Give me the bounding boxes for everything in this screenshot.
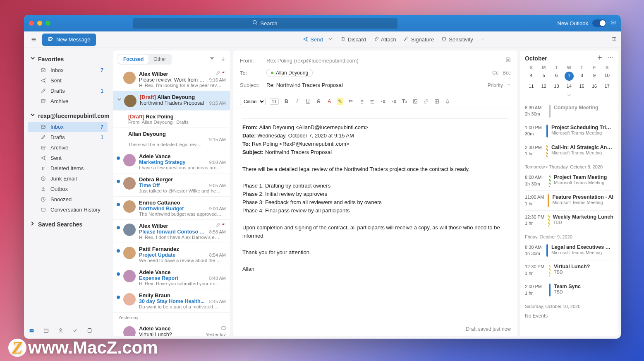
recipient-chip[interactable]: Allan Deyoung bbox=[266, 69, 313, 77]
table-icon[interactable] bbox=[433, 98, 440, 105]
more-icon[interactable] bbox=[608, 55, 613, 62]
message-item[interactable]: Emily Braun30 day Stay Home Health...8:4… bbox=[113, 289, 230, 313]
mail-icon[interactable] bbox=[29, 328, 34, 335]
email-body[interactable]: From: Allan Deyoung <AllanD@lucernepubin… bbox=[233, 108, 517, 322]
hamburger-icon[interactable] bbox=[28, 34, 39, 45]
message-item[interactable]: Alex WilberPlease forward Contoso pa...8… bbox=[113, 220, 230, 243]
calendar-event[interactable]: 1:00 PM30mProject Scheduling TriageMicro… bbox=[525, 121, 613, 141]
calendar-expand-icon[interactable] bbox=[525, 92, 613, 99]
subject-input[interactable]: Re: Northwind Traders Proposal bbox=[266, 82, 488, 88]
calendar-day[interactable]: 4 bbox=[525, 72, 538, 81]
calendar-icon[interactable] bbox=[43, 328, 49, 335]
address-book-icon[interactable] bbox=[505, 57, 511, 64]
sidebar-item-outbox[interactable]: Outbox bbox=[28, 184, 108, 194]
tab-focused[interactable]: Focused bbox=[118, 55, 148, 64]
calendar-day[interactable]: 6 bbox=[550, 72, 563, 81]
maximize-button[interactable] bbox=[45, 21, 50, 26]
sidebar-item-archive[interactable]: Archive bbox=[28, 96, 108, 106]
cc-button[interactable]: Cc bbox=[492, 70, 498, 76]
chevron-down-icon[interactable] bbox=[117, 97, 121, 107]
account-header[interactable]: rexp@lucernepubintl.com bbox=[28, 110, 108, 122]
calendar-event[interactable]: 12:30 PM1 hrWeekly Marketing LunchTBD bbox=[525, 210, 613, 230]
highlight-icon[interactable]: ✎ bbox=[337, 98, 343, 105]
message-item[interactable]: [Draft] Rex PolingFrom: Allan Deyoung Dr… bbox=[113, 111, 230, 128]
sidebar-item-drafts[interactable]: Drafts1 bbox=[28, 132, 108, 142]
sidebar-item-sent[interactable]: Sent bbox=[28, 75, 108, 86]
filter-icon[interactable] bbox=[209, 56, 215, 63]
calendar-event[interactable]: 8:00 AM1h 30mProject Team MeetingMicroso… bbox=[525, 171, 613, 190]
calendar-day[interactable]: 17 bbox=[601, 82, 613, 90]
send-button[interactable]: Send bbox=[302, 35, 333, 45]
sidebar-item-archive[interactable]: Archive bbox=[28, 142, 108, 153]
message-item[interactable]: Debra BergerTime Off9:05 AMJust talked t… bbox=[113, 173, 230, 197]
bullets-icon[interactable] bbox=[347, 98, 354, 105]
from-value[interactable]: Rex Poling (rexp@lucernepubintl.com) bbox=[266, 58, 505, 64]
italic-icon[interactable]: I bbox=[294, 98, 300, 105]
priority-button[interactable]: Priority bbox=[488, 82, 511, 88]
indent-icon[interactable] bbox=[390, 98, 397, 105]
message-item[interactable]: [Draft] Allan DeyoungNorthwind Traders P… bbox=[113, 91, 230, 111]
sidebar-item-inbox[interactable]: Inbox7 bbox=[28, 122, 108, 132]
calendar-day[interactable]: 10 bbox=[601, 72, 613, 81]
message-item[interactable]: Enrico CattaneoNorthwind Budget9:00 AMTh… bbox=[113, 197, 230, 220]
minimize-button[interactable] bbox=[37, 21, 42, 26]
align-icon[interactable] bbox=[369, 98, 376, 105]
calendar-day[interactable]: 16 bbox=[588, 82, 601, 90]
notify-icon[interactable] bbox=[610, 20, 616, 26]
link-icon[interactable] bbox=[423, 98, 429, 105]
calendar-day[interactable]: 12 bbox=[538, 82, 551, 90]
sidebar-item-junk-email[interactable]: Junk Email bbox=[28, 173, 108, 184]
numbered-icon[interactable] bbox=[358, 98, 365, 105]
people-icon[interactable] bbox=[58, 328, 63, 335]
message-item[interactable]: Allan Deyoung9:15 AMThere will be a deta… bbox=[113, 128, 230, 150]
signature-button[interactable]: Signature bbox=[403, 35, 435, 45]
saved-searches-header[interactable]: Saved Searches bbox=[28, 218, 108, 230]
sidebar-item-snoozed[interactable]: Snoozed bbox=[28, 194, 108, 205]
calendar-event[interactable]: 8:30 AM1h 30mLegal and Executives Bi-...… bbox=[525, 241, 613, 260]
bold-icon[interactable]: B bbox=[283, 98, 290, 105]
message-item[interactable]: Adele VanceExpense Report8:48 AMHi Rex, … bbox=[113, 266, 230, 289]
calendar-day[interactable]: 14 bbox=[563, 82, 576, 90]
font-size-input[interactable]: 11 bbox=[270, 98, 279, 105]
calendar-day[interactable]: 5 bbox=[538, 72, 551, 81]
discard-button[interactable]: Discard bbox=[340, 35, 367, 45]
insert-image-icon[interactable] bbox=[412, 98, 419, 105]
panel-toggle-icon[interactable] bbox=[611, 36, 617, 43]
calendar-day[interactable]: 8 bbox=[575, 72, 588, 81]
message-item[interactable]: Adele VanceMarketing Strategy9:08 AMI ha… bbox=[113, 150, 230, 173]
calendar-day[interactable]: 13 bbox=[550, 82, 563, 90]
underline-icon[interactable]: U bbox=[304, 98, 311, 105]
calendar-day[interactable]: 9 bbox=[588, 72, 601, 81]
sidebar-item-inbox[interactable]: Inbox7 bbox=[28, 65, 108, 75]
sidebar-item-deleted-items[interactable]: Deleted Items bbox=[28, 163, 108, 173]
tab-other[interactable]: Other bbox=[148, 55, 171, 64]
add-event-icon[interactable] bbox=[597, 55, 603, 62]
message-item[interactable]: Adele VanceVirtual Lunch?Yesterday(no me… bbox=[113, 322, 230, 336]
new-message-button[interactable]: New Message bbox=[42, 34, 96, 46]
message-item[interactable]: Patti FernandezProject Update8:54 AMWe n… bbox=[113, 243, 230, 266]
font-color-icon[interactable]: A bbox=[326, 98, 333, 105]
close-button[interactable] bbox=[29, 21, 34, 26]
calendar-event[interactable]: 8:30 AM2h 30mCompany Meeting bbox=[525, 101, 613, 121]
calendar-event[interactable]: 2:30 PM1 hrCall-In: AI Strategic Analy..… bbox=[525, 141, 613, 161]
outdent-icon[interactable] bbox=[380, 98, 386, 105]
calendar-day[interactable]: 7 bbox=[565, 72, 574, 81]
todo-icon[interactable] bbox=[72, 328, 78, 335]
bcc-button[interactable]: Bcc bbox=[503, 70, 511, 76]
clear-format-icon[interactable]: Tx bbox=[401, 98, 408, 105]
dictate-icon[interactable] bbox=[444, 98, 451, 105]
sidebar-item-conversation-history[interactable]: Conversation History bbox=[28, 205, 108, 215]
search-input[interactable]: Search bbox=[133, 18, 397, 29]
new-outlook-toggle[interactable] bbox=[592, 19, 606, 27]
sort-icon[interactable] bbox=[220, 56, 226, 63]
calendar-event[interactable]: 11:00 AM1 hrFeature Presentation - AIMic… bbox=[525, 190, 613, 210]
sidebar-item-drafts[interactable]: Drafts1 bbox=[28, 86, 108, 96]
strike-icon[interactable]: S bbox=[315, 98, 322, 105]
calendar-event[interactable]: 12:30 PM1 hrVirtual Lunch?TBD bbox=[525, 260, 613, 280]
message-item[interactable]: Alex WilberPlease review: Work from H...… bbox=[113, 68, 230, 91]
calendar-event[interactable]: 2:00 PM1 hrTeam SyncTBD bbox=[525, 280, 613, 300]
sidebar-item-sent[interactable]: Sent bbox=[28, 153, 108, 163]
more-icon[interactable] bbox=[480, 36, 485, 43]
calendar-day[interactable]: 15 bbox=[575, 82, 588, 90]
sensitivity-button[interactable]: Sensitivity bbox=[441, 35, 474, 45]
